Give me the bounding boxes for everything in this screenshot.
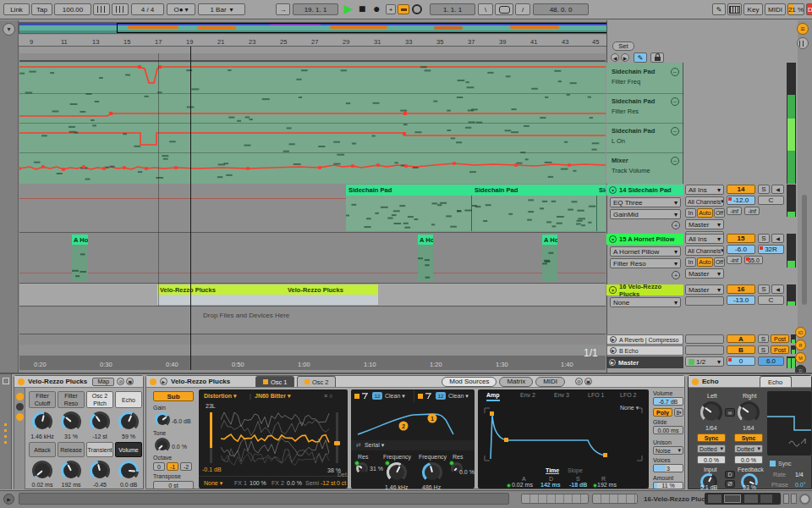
loop-length-field[interactable]: 48. 0. 0 [533, 3, 589, 15]
f1-res-knob[interactable] [356, 462, 368, 474]
return-a-badge[interactable]: A [727, 334, 755, 343]
wavetable-category-chooser[interactable]: Distortion ▾ [204, 393, 237, 400]
adsr-a-value[interactable]: 0.02 ms [512, 482, 533, 488]
filter2-on-led[interactable] [418, 394, 423, 399]
track16-device-chooser[interactable]: None▾ [610, 297, 681, 307]
track15-output-chooser[interactable]: Master▾ [685, 268, 724, 279]
f2-freq-value[interactable]: 486 Hz [422, 484, 441, 490]
env-tab-lfo1[interactable]: LFO 1 [588, 392, 604, 398]
track15-control-chooser[interactable]: Filter Reso▾ [610, 258, 681, 268]
echo-left-offset[interactable]: 0.0 % [697, 456, 726, 464]
macro-value[interactable]: 1.46 kHz [27, 433, 58, 439]
track16-pan-field[interactable]: C [758, 295, 784, 305]
clip-title-bar[interactable]: Sidechain Pad [597, 185, 606, 196]
octave-0-button[interactable]: 0 [153, 462, 165, 471]
return-a-post-toggle[interactable]: Post [771, 334, 789, 343]
amount-field[interactable]: 11 % [653, 482, 683, 489]
macro-value[interactable]: -12 st [85, 433, 115, 439]
track15-number-badge[interactable]: 15 [727, 234, 755, 243]
return-a-lane[interactable] [19, 334, 606, 345]
clip-title-bar[interactable]: A Hornet Pillow [418, 235, 433, 245]
fx2-value[interactable]: 0.0 % [287, 480, 302, 486]
follow-button[interactable]: → [276, 3, 290, 15]
f2-res-value[interactable]: 0.0 % [459, 469, 475, 475]
show-info-button[interactable]: ▶ [3, 494, 14, 505]
osc-pan-value[interactable]: 23L [206, 403, 216, 409]
filter1-slope[interactable]: 12 [372, 392, 382, 400]
tap-button[interactable]: Tap [31, 3, 52, 15]
filter2-slope[interactable]: 12 [436, 392, 446, 400]
echo-right-division[interactable]: Dotted▾ [734, 444, 763, 453]
automation-lane-param[interactable]: Filter Res [612, 108, 639, 115]
track16-volume-field[interactable]: -13.0 [727, 295, 755, 305]
tab-matrix[interactable]: Matrix [499, 377, 533, 387]
playhead[interactable] [190, 47, 191, 370]
env-time-toggle[interactable]: Time [546, 467, 559, 474]
osc-effect-chooser[interactable]: None ▾ [204, 480, 222, 487]
osc-gain-value[interactable]: -0.1 dB [202, 467, 222, 472]
echo-right-rate[interactable]: 1/64 [743, 425, 754, 431]
echo-mod-phase-value[interactable]: 0.0° [795, 482, 806, 488]
wavetable-display[interactable] [221, 408, 331, 469]
track16-activator[interactable]: ◀ [771, 284, 784, 294]
fold-button[interactable]: ▾ [609, 235, 617, 243]
wavetable-device[interactable]: ▶ Velo-Rezzo Plucks Osc 1 Osc 2 Mod Sour… [145, 375, 685, 489]
macro-value[interactable]: 0.0 dB [113, 482, 144, 488]
clip-sidechain-pad-3[interactable]: Sidechain Pad [597, 185, 606, 231]
locator-lane[interactable] [19, 53, 606, 62]
track14-solo-button[interactable]: S [758, 185, 770, 194]
quantization-chooser[interactable]: 1 Bar▾ [198, 3, 245, 15]
rack-title-bar[interactable]: Velo-Rezzo Plucks Map ⊘ ▣ [14, 376, 143, 388]
track14-pan-field[interactable]: C [758, 196, 784, 205]
tab-echo[interactable]: Echo [760, 376, 792, 387]
device-activator-led[interactable] [18, 378, 25, 385]
clip-velo-2[interactable]: Velo-Rezzo Plucks [285, 284, 378, 305]
echo-left-time-knob[interactable] [700, 401, 722, 423]
macro-knob-osc2-pitch[interactable] [90, 411, 110, 432]
fold-button[interactable]: ▾ [609, 286, 617, 294]
octave-minus1-button[interactable]: -1 [167, 462, 178, 471]
tab-osc2[interactable]: Osc 2 [297, 376, 336, 387]
master-name-bar[interactable]: ▶ Master [606, 356, 683, 368]
clip-title-bar[interactable]: Sidechain Pad [346, 185, 472, 196]
adsr-s-value[interactable]: -18 dB [569, 482, 587, 488]
show-returns-toggle[interactable]: R [795, 340, 806, 351]
clip-hornet-2[interactable]: A Hornet Pillow [418, 235, 433, 282]
track15-name-bar[interactable]: ▾ 15 A Hornet Pillow [606, 234, 683, 245]
echo-title-bar[interactable]: Echo Echo [689, 376, 811, 388]
stop-button[interactable]: ■ [359, 2, 365, 15]
echo-left-sync[interactable]: Sync [697, 433, 726, 442]
macro-knob-transient[interactable] [90, 461, 110, 481]
unison-chooser[interactable]: Noise▾ [653, 446, 683, 455]
variation-button[interactable] [16, 393, 24, 400]
remove-lane-button[interactable]: − [671, 127, 679, 135]
sub-gain-knob[interactable] [155, 412, 170, 428]
automation-arm-button[interactable] [398, 4, 409, 14]
track15-monitor-auto[interactable]: Auto [697, 257, 713, 267]
return-b-badge[interactable]: B [727, 345, 755, 354]
track15-volume-field[interactable]: -6.0 [727, 245, 755, 254]
echo-left-division[interactable]: Dotted▾ [697, 444, 726, 453]
echo-left-rate[interactable]: 1/64 [705, 425, 717, 431]
track16-name-bar[interactable]: ▾ 16 Velo-Rezzo Plucks [606, 284, 683, 295]
track14-monitor-off[interactable]: Off [714, 208, 725, 218]
session-record-button[interactable] [412, 4, 422, 14]
echo-mod-sync-row[interactable]: Sync [770, 461, 792, 467]
fold-button[interactable]: ▶ [610, 347, 617, 354]
show-io-toggle[interactable]: IO [795, 327, 806, 338]
track14-control-chooser[interactable]: GainMid▾ [610, 209, 681, 219]
return-a-solo[interactable]: S [758, 334, 769, 343]
remove-lane-button[interactable]: − [671, 68, 679, 76]
osc-gain-slider[interactable] [210, 412, 212, 463]
macro-value[interactable]: 31 % [56, 433, 86, 439]
automation-lane-param[interactable]: L On [612, 137, 625, 145]
track14-output-chooser[interactable]: Master▾ [685, 219, 724, 229]
overview-viewport-box[interactable] [117, 23, 614, 33]
track15-solo-button[interactable]: S [758, 234, 770, 243]
stereo-link-button[interactable]: ∞ [725, 408, 735, 417]
loop-start-field[interactable]: 1. 1. 1 [430, 3, 475, 15]
macro-value[interactable]: -0.45 [85, 482, 115, 488]
clip-title-bar[interactable]: A Hornet Pillow [72, 235, 88, 245]
track16-number-badge[interactable]: 16 [727, 284, 755, 294]
return-b-name-bar[interactable]: ▶ B Echo [606, 345, 683, 356]
